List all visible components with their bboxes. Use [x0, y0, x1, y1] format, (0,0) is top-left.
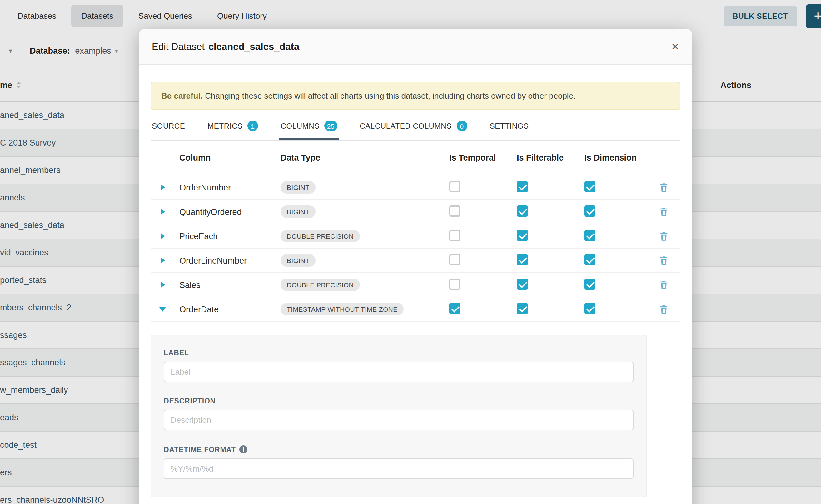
is-temporal-checkbox[interactable]: [449, 254, 461, 265]
trash-icon[interactable]: [659, 182, 668, 193]
column-row: OrderLineNumberBIGINT: [151, 249, 680, 273]
is-dimension-checkbox[interactable]: [584, 303, 596, 314]
tab-count-badge: 0: [457, 121, 468, 131]
trash-icon[interactable]: [659, 206, 668, 217]
caret-right-icon[interactable]: [160, 282, 165, 288]
tab-source[interactable]: SOURCE: [151, 119, 186, 140]
is-temporal-checkbox[interactable]: [449, 278, 461, 289]
description-field-label: DESCRIPTION: [164, 397, 634, 405]
is-filterable-checkbox[interactable]: [517, 181, 528, 192]
is-temporal-checkbox[interactable]: [449, 205, 461, 216]
is-temporal-checkbox[interactable]: [449, 230, 461, 241]
column-detail-panel: LABEL DESCRIPTION DATETIME FORMAT i: [151, 335, 647, 497]
column-header-data-type: Data Type: [275, 153, 444, 162]
is-dimension-checkbox[interactable]: [584, 205, 596, 216]
data-type-pill: TIMESTAMP WITHOUT TIME ZONE: [280, 303, 404, 315]
column-name: OrderLineNumber: [174, 256, 275, 265]
trash-icon[interactable]: [659, 279, 668, 290]
column-row: PriceEachDOUBLE PRECISION: [151, 224, 680, 249]
is-temporal-checkbox[interactable]: [449, 181, 461, 192]
edit-dataset-modal: Edit Datasetcleaned_sales_data ✕ Be care…: [139, 29, 692, 504]
description-field-group: DESCRIPTION: [164, 397, 634, 430]
tab-label: SOURCE: [152, 121, 185, 130]
modal-body: Be careful. Changing these settings will…: [139, 82, 692, 497]
modal-title-dataset-name: cleaned_sales_data: [208, 41, 299, 52]
column-row: OrderDateTIMESTAMP WITHOUT TIME ZONE: [151, 297, 680, 322]
datetime-format-label-text: DATETIME FORMAT: [164, 446, 236, 453]
modal-header: Edit Datasetcleaned_sales_data ✕: [139, 29, 692, 65]
is-filterable-checkbox[interactable]: [517, 205, 528, 216]
columns-table-header: ColumnData TypeIs TemporalIs FilterableI…: [151, 141, 680, 175]
is-filterable-checkbox[interactable]: [517, 230, 528, 241]
column-header-column: Column: [174, 153, 275, 162]
description-field-label-text: DESCRIPTION: [164, 397, 215, 405]
close-icon[interactable]: ✕: [671, 42, 679, 51]
tab-label: CALCULATED COLUMNS: [359, 121, 452, 130]
caret-down-icon[interactable]: [159, 307, 166, 311]
label-field-label: LABEL: [164, 349, 634, 357]
columns-table-rows: OrderNumberBIGINTQuantityOrderedBIGINTPr…: [151, 175, 680, 322]
warning-banner-bold: Be careful.: [161, 91, 203, 101]
tab-label: SETTINGS: [490, 121, 529, 130]
columns-table: ColumnData TypeIs TemporalIs FilterableI…: [151, 141, 680, 322]
app-root: DatabasesDatasetsSaved QueriesQuery Hist…: [0, 0, 821, 504]
is-dimension-checkbox[interactable]: [584, 230, 596, 241]
is-dimension-checkbox[interactable]: [584, 254, 596, 265]
trash-icon[interactable]: [659, 304, 668, 314]
label-field-label-text: LABEL: [164, 349, 189, 357]
column-header-is-temporal: Is Temporal: [444, 153, 512, 162]
is-filterable-checkbox[interactable]: [517, 254, 528, 265]
column-name: Sales: [174, 280, 275, 289]
data-type-pill: DOUBLE PRECISION: [280, 230, 360, 242]
label-field-group: LABEL: [164, 349, 634, 382]
column-name: PriceEach: [174, 231, 275, 241]
modal-title-prefix: Edit Dataset: [152, 41, 205, 52]
data-type-pill: BIGINT: [280, 181, 315, 194]
description-input[interactable]: [164, 410, 634, 430]
caret-right-icon[interactable]: [160, 233, 165, 239]
is-dimension-checkbox[interactable]: [584, 278, 596, 289]
is-temporal-checkbox[interactable]: [449, 303, 461, 314]
column-row: OrderNumberBIGINT: [151, 175, 680, 200]
caret-right-icon[interactable]: [160, 257, 165, 264]
tab-calculated-columns[interactable]: CALCULATED COLUMNS0: [358, 119, 468, 140]
column-row: SalesDOUBLE PRECISION: [151, 273, 680, 297]
data-type-pill: BIGINT: [280, 254, 315, 267]
tab-count-badge: 1: [248, 121, 258, 131]
column-name: OrderNumber: [174, 183, 275, 192]
column-header-is-filterable: Is Filterable: [512, 153, 579, 162]
tab-metrics[interactable]: METRICS1: [206, 119, 259, 140]
modal-title: Edit Datasetcleaned_sales_data: [152, 41, 299, 52]
data-type-pill: DOUBLE PRECISION: [280, 279, 360, 291]
warning-banner: Be careful. Changing these settings will…: [151, 82, 680, 110]
datetime-format-field-group: DATETIME FORMAT i: [164, 445, 634, 479]
column-header-is-dimension: Is Dimension: [579, 153, 647, 162]
warning-banner-text: Changing these settings will affect all …: [205, 91, 576, 101]
datetime-format-input[interactable]: [164, 458, 634, 479]
info-icon[interactable]: i: [240, 445, 248, 453]
column-name: QuantityOrdered: [174, 207, 275, 216]
column-row: QuantityOrderedBIGINT: [151, 200, 680, 224]
datetime-format-field-label: DATETIME FORMAT i: [164, 445, 634, 453]
tab-count-badge: 25: [324, 121, 337, 131]
tab-label: COLUMNS: [281, 121, 319, 130]
tab-columns[interactable]: COLUMNS25: [279, 119, 339, 140]
tab-label: METRICS: [207, 121, 242, 130]
modal-tabs: SOURCEMETRICS1COLUMNS25CALCULATED COLUMN…: [151, 119, 680, 141]
data-type-pill: BIGINT: [280, 205, 315, 218]
label-input[interactable]: [164, 362, 634, 382]
caret-right-icon[interactable]: [160, 209, 165, 215]
column-name: OrderDate: [174, 304, 275, 314]
tab-settings[interactable]: SETTINGS: [489, 119, 530, 140]
trash-icon[interactable]: [659, 231, 668, 241]
is-filterable-checkbox[interactable]: [517, 278, 528, 289]
caret-right-icon[interactable]: [160, 184, 165, 190]
is-dimension-checkbox[interactable]: [584, 181, 596, 192]
trash-icon[interactable]: [659, 255, 668, 266]
is-filterable-checkbox[interactable]: [517, 303, 528, 314]
